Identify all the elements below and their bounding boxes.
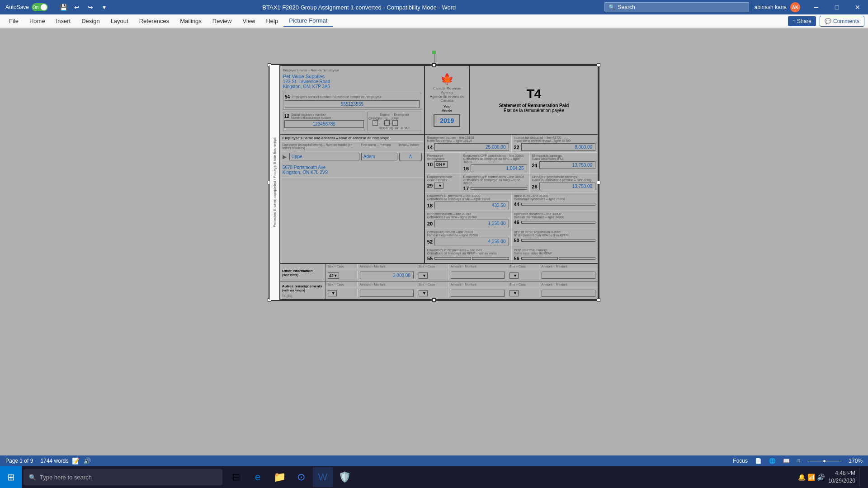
tab-help[interactable]: Help [260,16,283,26]
taskbar-app-edge[interactable]: e [248,467,268,487]
box-amount3 [542,272,595,279]
taskbar-app-taskview[interactable]: ⊟ [226,467,246,487]
employee-address2: Kingston, ON K7L 2V9 [283,170,422,175]
tab-references[interactable]: References [134,16,175,26]
window-controls: ─ □ ✕ [806,0,868,14]
status-bar: Page 1 of 9 1744 words 📝 🔊 Focus 📄 🌐 📖 ≡… [0,455,868,466]
share-button[interactable]: ↑ Share [788,16,816,26]
tab-picture-format[interactable]: Picture Format [283,15,333,27]
redo-button[interactable]: ↪ [84,1,97,14]
tab-layout[interactable]: Layout [105,16,134,26]
box20-label-fr: Cotisations à un RPA – ligne 20700 [427,216,509,219]
checkbox-ei[interactable] [384,120,390,126]
tab-home[interactable]: Home [24,16,51,26]
box52-label-fr: Facteur d'équivalence – ligne 20600 [427,234,509,237]
view-normal-icon[interactable]: 📄 [755,458,762,464]
resize-handle-bm[interactable] [432,298,436,302]
taskbar-search[interactable]: 🔍 Type here to search [24,469,222,485]
box-case-label2: Box – Case [419,265,446,268]
start-button[interactable]: ⊞ [0,466,22,488]
close-button[interactable]: ✕ [847,0,868,14]
box10-dropdown[interactable]: ON ▼ [434,161,447,168]
resize-handle-rm[interactable] [597,181,600,184]
zoom-slider[interactable]: ────●──── [807,458,841,464]
checkbox-cpp[interactable] [373,120,378,126]
view-read-icon[interactable]: 📖 [783,458,790,464]
taskbar-apps: ⊟ e 📁 ⊙ W 🛡️ [226,467,354,487]
cra-logo: 🍁 [440,73,454,85]
box55-label-fr: Cotisations de l'employé au RPAP – voir … [427,252,509,255]
title-search-box[interactable]: 🔍 Search [604,2,749,12]
resize-handle-br[interactable] [597,298,600,302]
tab-mailings[interactable]: Mailings [175,16,207,26]
resize-handle-tr[interactable] [597,63,600,67]
exempt-cpp: CPP/QPP [368,117,382,120]
dropdown-arrow: ▼ [513,273,517,278]
comments-button[interactable]: 💬 Comments [820,16,864,27]
cra-name-en: Canada Revenue Agency [428,86,467,94]
box46-label-fr: Dons de bienfaisance – ligne 34900 [514,216,596,219]
dropdown-arrow: ▼ [442,162,446,167]
dropdown-arrow: ▼ [422,273,426,278]
dropdown-arrow: ▼ [422,291,426,296]
box29-dropdown[interactable]: ▼ [434,183,443,189]
box24-label: EI insurable earnings [532,154,596,157]
autosave-toggle[interactable]: On [32,3,48,11]
more-button[interactable]: ▾ [98,1,110,14]
box-case-dropdown2[interactable]: ▼ [419,272,428,279]
t4-form-container[interactable]: Protected B when completed / Protégé B u… [269,64,599,301]
user-section: abinash kana AK [749,2,806,12]
dropdown-arrow: ▼ [438,183,442,188]
taskbar-app-shield[interactable]: 🛡️ [335,467,354,487]
box22-label: Income tax deducted – line 43700 [514,136,596,139]
undo-button[interactable]: ↩ [71,1,83,14]
autres-dropdown2[interactable]: ▼ [419,290,428,296]
box18-label: Employee's EI premiums – line 31200 [427,194,509,197]
checkbox-ppip[interactable] [392,120,398,126]
tab-file[interactable]: File [4,16,24,26]
show-desktop-button[interactable] [859,468,861,486]
tab-view[interactable]: View [237,16,260,26]
other-info-label: Other information [282,269,323,273]
view-web-icon[interactable]: 🌐 [769,458,776,464]
proofing-icon[interactable]: 📝 [72,457,80,465]
box14-num: 14 [427,145,433,150]
t4-form: Employer's name – Nom de l'employeur Pet… [279,65,599,300]
box44-label-fr: Cotisations syndicales – ligne 21200 [514,197,596,201]
box54-label: Employer's account number / Numéro de co… [292,95,382,99]
year-label: YearAnnée [442,104,452,113]
box50-value [521,239,595,242]
box44-label: Union dues – line 21200 [514,194,596,197]
maximize-button[interactable]: □ [826,0,847,14]
autres-dropdown1[interactable]: ▼ [328,290,337,296]
box-case-label-fr2: Box – Case [419,283,446,286]
amount-montant-label1: Amount – Montant [360,265,414,268]
taskbar-app-files[interactable]: 📁 [269,467,289,487]
minimize-button[interactable]: ─ [806,0,826,14]
box44-num: 44 [514,202,519,207]
box56-num: 56 [514,256,519,261]
box-case-dropdown3[interactable]: ▼ [509,272,519,279]
sin-label: Social insurance number [291,113,331,116]
taskbar-app-chrome[interactable]: ⊙ [291,467,311,487]
ribbon-actions: ↑ Share 💬 Comments [788,16,864,27]
tab-design[interactable]: Design [76,16,105,26]
ae-label: AE [395,127,399,130]
read-aloud-icon[interactable]: 🔊 [83,457,91,465]
autres-dropdown3[interactable]: ▼ [509,290,519,296]
box-case-dropdown1[interactable]: 42 ▼ [328,272,339,279]
resize-handle-tm[interactable] [432,63,436,67]
box-case-label-fr3: Box – Case [509,283,537,286]
title-bar: AutoSave On 💾 ↩ ↪ ▾ BTAX1 F2020 Group As… [0,0,868,14]
box16-label-fr: Cotisations de l'employé au RPC – ligne … [463,157,527,164]
last-name-label: Last name (in capital letters) – Nom de … [283,143,359,150]
save-button[interactable]: 💾 [57,1,70,14]
box55-value2 [472,257,509,260]
view-outline-icon[interactable]: ≡ [797,458,800,464]
focus-label[interactable]: Focus [733,458,748,464]
box14-value: 25,000.00 [434,143,509,151]
tab-review[interactable]: Review [207,16,237,26]
tab-insert[interactable]: Insert [51,16,76,26]
taskbar-app-word[interactable]: W [313,467,333,487]
autosave-dot [41,4,47,10]
